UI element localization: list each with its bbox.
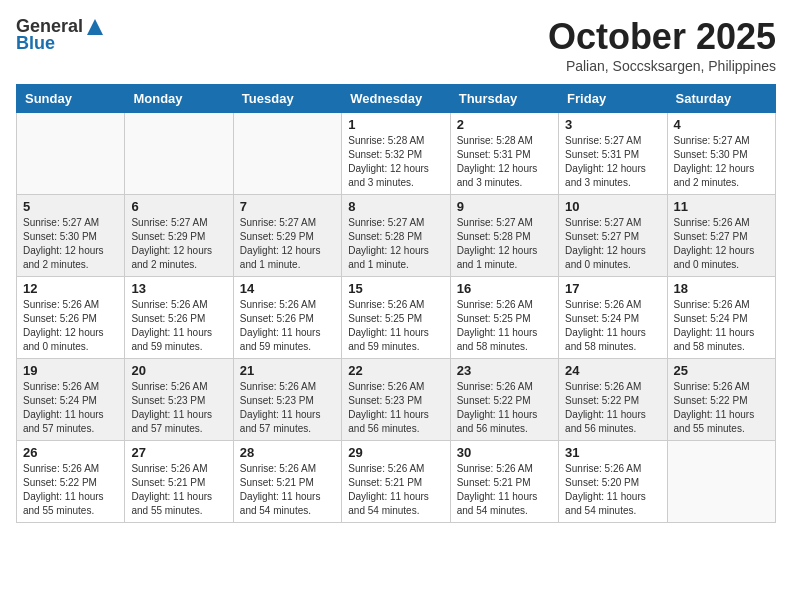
day-number: 25 <box>674 363 769 378</box>
day-info: Sunrise: 5:26 AM Sunset: 5:20 PM Dayligh… <box>565 462 660 518</box>
calendar-table: Sunday Monday Tuesday Wednesday Thursday… <box>16 84 776 523</box>
day-info: Sunrise: 5:27 AM Sunset: 5:29 PM Dayligh… <box>240 216 335 272</box>
table-row <box>233 113 341 195</box>
table-row: 24Sunrise: 5:26 AM Sunset: 5:22 PM Dayli… <box>559 359 667 441</box>
day-info: Sunrise: 5:27 AM Sunset: 5:27 PM Dayligh… <box>565 216 660 272</box>
table-row <box>17 113 125 195</box>
day-number: 4 <box>674 117 769 132</box>
title-area: October 2025 Palian, Soccsksargen, Phili… <box>548 16 776 74</box>
table-row: 30Sunrise: 5:26 AM Sunset: 5:21 PM Dayli… <box>450 441 558 523</box>
table-row: 20Sunrise: 5:26 AM Sunset: 5:23 PM Dayli… <box>125 359 233 441</box>
header-thursday: Thursday <box>450 85 558 113</box>
table-row: 11Sunrise: 5:26 AM Sunset: 5:27 PM Dayli… <box>667 195 775 277</box>
day-number: 10 <box>565 199 660 214</box>
header-saturday: Saturday <box>667 85 775 113</box>
day-number: 17 <box>565 281 660 296</box>
day-info: Sunrise: 5:28 AM Sunset: 5:32 PM Dayligh… <box>348 134 443 190</box>
day-info: Sunrise: 5:27 AM Sunset: 5:30 PM Dayligh… <box>674 134 769 190</box>
day-info: Sunrise: 5:26 AM Sunset: 5:24 PM Dayligh… <box>23 380 118 436</box>
day-info: Sunrise: 5:26 AM Sunset: 5:23 PM Dayligh… <box>348 380 443 436</box>
calendar-header-row: Sunday Monday Tuesday Wednesday Thursday… <box>17 85 776 113</box>
day-number: 18 <box>674 281 769 296</box>
logo-blue: Blue <box>16 33 55 54</box>
day-info: Sunrise: 5:26 AM Sunset: 5:23 PM Dayligh… <box>131 380 226 436</box>
day-number: 23 <box>457 363 552 378</box>
day-number: 29 <box>348 445 443 460</box>
calendar-week-row: 1Sunrise: 5:28 AM Sunset: 5:32 PM Daylig… <box>17 113 776 195</box>
day-info: Sunrise: 5:26 AM Sunset: 5:21 PM Dayligh… <box>457 462 552 518</box>
table-row: 26Sunrise: 5:26 AM Sunset: 5:22 PM Dayli… <box>17 441 125 523</box>
day-number: 15 <box>348 281 443 296</box>
day-number: 13 <box>131 281 226 296</box>
day-info: Sunrise: 5:27 AM Sunset: 5:28 PM Dayligh… <box>457 216 552 272</box>
day-number: 21 <box>240 363 335 378</box>
table-row: 23Sunrise: 5:26 AM Sunset: 5:22 PM Dayli… <box>450 359 558 441</box>
day-number: 30 <box>457 445 552 460</box>
table-row: 13Sunrise: 5:26 AM Sunset: 5:26 PM Dayli… <box>125 277 233 359</box>
day-number: 9 <box>457 199 552 214</box>
day-number: 6 <box>131 199 226 214</box>
logo-icon <box>85 17 105 37</box>
table-row: 29Sunrise: 5:26 AM Sunset: 5:21 PM Dayli… <box>342 441 450 523</box>
day-info: Sunrise: 5:26 AM Sunset: 5:25 PM Dayligh… <box>348 298 443 354</box>
day-number: 5 <box>23 199 118 214</box>
table-row: 19Sunrise: 5:26 AM Sunset: 5:24 PM Dayli… <box>17 359 125 441</box>
table-row: 10Sunrise: 5:27 AM Sunset: 5:27 PM Dayli… <box>559 195 667 277</box>
day-info: Sunrise: 5:26 AM Sunset: 5:26 PM Dayligh… <box>240 298 335 354</box>
day-number: 8 <box>348 199 443 214</box>
table-row: 3Sunrise: 5:27 AM Sunset: 5:31 PM Daylig… <box>559 113 667 195</box>
table-row: 4Sunrise: 5:27 AM Sunset: 5:30 PM Daylig… <box>667 113 775 195</box>
table-row: 1Sunrise: 5:28 AM Sunset: 5:32 PM Daylig… <box>342 113 450 195</box>
day-number: 14 <box>240 281 335 296</box>
day-number: 12 <box>23 281 118 296</box>
table-row: 6Sunrise: 5:27 AM Sunset: 5:29 PM Daylig… <box>125 195 233 277</box>
header-friday: Friday <box>559 85 667 113</box>
day-number: 3 <box>565 117 660 132</box>
table-row: 2Sunrise: 5:28 AM Sunset: 5:31 PM Daylig… <box>450 113 558 195</box>
table-row: 15Sunrise: 5:26 AM Sunset: 5:25 PM Dayli… <box>342 277 450 359</box>
day-info: Sunrise: 5:26 AM Sunset: 5:26 PM Dayligh… <box>131 298 226 354</box>
day-number: 16 <box>457 281 552 296</box>
day-info: Sunrise: 5:26 AM Sunset: 5:27 PM Dayligh… <box>674 216 769 272</box>
table-row: 21Sunrise: 5:26 AM Sunset: 5:23 PM Dayli… <box>233 359 341 441</box>
day-info: Sunrise: 5:28 AM Sunset: 5:31 PM Dayligh… <box>457 134 552 190</box>
table-row <box>667 441 775 523</box>
table-row: 28Sunrise: 5:26 AM Sunset: 5:21 PM Dayli… <box>233 441 341 523</box>
day-info: Sunrise: 5:26 AM Sunset: 5:22 PM Dayligh… <box>565 380 660 436</box>
svg-marker-0 <box>87 19 103 35</box>
day-number: 27 <box>131 445 226 460</box>
table-row: 17Sunrise: 5:26 AM Sunset: 5:24 PM Dayli… <box>559 277 667 359</box>
day-number: 26 <box>23 445 118 460</box>
day-info: Sunrise: 5:26 AM Sunset: 5:21 PM Dayligh… <box>348 462 443 518</box>
month-title: October 2025 <box>548 16 776 58</box>
location-subtitle: Palian, Soccsksargen, Philippines <box>548 58 776 74</box>
table-row: 18Sunrise: 5:26 AM Sunset: 5:24 PM Dayli… <box>667 277 775 359</box>
day-info: Sunrise: 5:26 AM Sunset: 5:26 PM Dayligh… <box>23 298 118 354</box>
table-row <box>125 113 233 195</box>
table-row: 8Sunrise: 5:27 AM Sunset: 5:28 PM Daylig… <box>342 195 450 277</box>
day-number: 11 <box>674 199 769 214</box>
header-sunday: Sunday <box>17 85 125 113</box>
day-info: Sunrise: 5:26 AM Sunset: 5:24 PM Dayligh… <box>565 298 660 354</box>
day-info: Sunrise: 5:27 AM Sunset: 5:31 PM Dayligh… <box>565 134 660 190</box>
calendar-week-row: 12Sunrise: 5:26 AM Sunset: 5:26 PM Dayli… <box>17 277 776 359</box>
table-row: 12Sunrise: 5:26 AM Sunset: 5:26 PM Dayli… <box>17 277 125 359</box>
header-wednesday: Wednesday <box>342 85 450 113</box>
page-header: General Blue October 2025 Palian, Soccsk… <box>16 16 776 74</box>
day-info: Sunrise: 5:26 AM Sunset: 5:22 PM Dayligh… <box>23 462 118 518</box>
table-row: 5Sunrise: 5:27 AM Sunset: 5:30 PM Daylig… <box>17 195 125 277</box>
day-info: Sunrise: 5:27 AM Sunset: 5:28 PM Dayligh… <box>348 216 443 272</box>
table-row: 25Sunrise: 5:26 AM Sunset: 5:22 PM Dayli… <box>667 359 775 441</box>
day-number: 22 <box>348 363 443 378</box>
day-number: 20 <box>131 363 226 378</box>
calendar-week-row: 26Sunrise: 5:26 AM Sunset: 5:22 PM Dayli… <box>17 441 776 523</box>
day-number: 19 <box>23 363 118 378</box>
day-number: 2 <box>457 117 552 132</box>
calendar-week-row: 19Sunrise: 5:26 AM Sunset: 5:24 PM Dayli… <box>17 359 776 441</box>
header-monday: Monday <box>125 85 233 113</box>
day-info: Sunrise: 5:26 AM Sunset: 5:22 PM Dayligh… <box>457 380 552 436</box>
table-row: 9Sunrise: 5:27 AM Sunset: 5:28 PM Daylig… <box>450 195 558 277</box>
table-row: 14Sunrise: 5:26 AM Sunset: 5:26 PM Dayli… <box>233 277 341 359</box>
day-number: 1 <box>348 117 443 132</box>
day-info: Sunrise: 5:26 AM Sunset: 5:23 PM Dayligh… <box>240 380 335 436</box>
